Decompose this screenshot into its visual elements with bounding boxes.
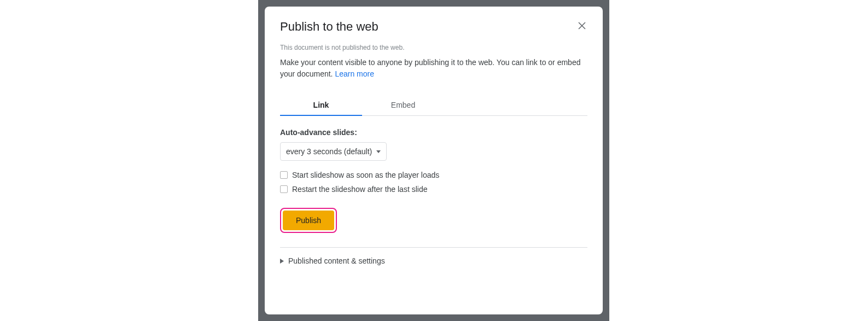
checkbox-start-slideshow[interactable]: Start slideshow as soon as the player lo…	[280, 171, 587, 179]
dialog-title: Publish to the web	[280, 20, 378, 34]
tab-embed[interactable]: Embed	[362, 95, 444, 116]
checkbox-restart-slideshow[interactable]: Restart the slideshow after the last sli…	[280, 185, 587, 194]
checkbox-start-label: Start slideshow as soon as the player lo…	[292, 171, 439, 179]
auto-advance-select[interactable]: every 3 seconds (default)	[280, 142, 387, 161]
caret-down-icon	[376, 150, 381, 153]
chevron-right-icon	[280, 259, 284, 264]
close-button[interactable]	[576, 21, 587, 32]
auto-advance-value: every 3 seconds (default)	[286, 147, 372, 156]
checkbox-icon	[280, 185, 288, 193]
publish-button-highlight: Publish	[280, 208, 337, 233]
published-content-expander[interactable]: Published content & settings	[280, 256, 587, 265]
tab-bar: Link Embed	[280, 95, 587, 116]
publish-button[interactable]: Publish	[283, 211, 334, 230]
dialog-backdrop: Publish to the web This document is not …	[258, 0, 609, 321]
checkbox-icon	[280, 171, 288, 179]
publish-status: This document is not published to the we…	[280, 44, 587, 51]
divider	[280, 247, 587, 248]
description-text: Make your content visible to anyone by p…	[280, 58, 580, 78]
close-icon	[578, 21, 586, 33]
dialog-description: Make your content visible to anyone by p…	[280, 57, 587, 80]
expander-label: Published content & settings	[288, 256, 385, 265]
learn-more-link[interactable]: Learn more	[335, 69, 374, 78]
tab-link[interactable]: Link	[280, 95, 362, 116]
checkbox-restart-label: Restart the slideshow after the last sli…	[292, 185, 427, 194]
auto-advance-label: Auto-advance slides:	[280, 128, 587, 137]
publish-dialog: Publish to the web This document is not …	[265, 7, 603, 314]
dialog-header: Publish to the web	[280, 20, 587, 34]
